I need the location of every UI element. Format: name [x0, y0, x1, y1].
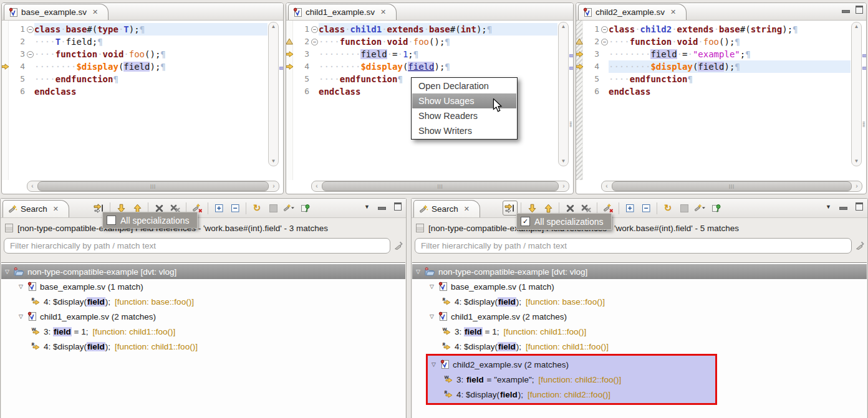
previous-searches-button[interactable]: [693, 201, 708, 216]
scroll-left-icon[interactable]: ‹: [602, 181, 612, 191]
expander-icon[interactable]: ▽: [17, 283, 24, 290]
tree-group-row[interactable]: ▽base_example.sv (1 match): [412, 279, 867, 294]
menu-item-show-writers[interactable]: Show Writers: [412, 123, 516, 138]
overview-ruler[interactable]: ≡≡≡: [569, 22, 573, 166]
code-line[interactable]: class·child1·extends·base#(int);¶: [319, 23, 557, 36]
scroll-up-icon[interactable]: ▲: [852, 22, 861, 31]
cancel-search-button[interactable]: [677, 201, 692, 216]
view-menu-icon[interactable]: ▼: [364, 204, 370, 210]
code-line[interactable]: ········field·=·1;¶: [319, 48, 557, 60]
scrollbar-thumb[interactable]: |||: [612, 181, 852, 191]
code-line[interactable]: ····function·void·foo();¶: [609, 36, 851, 48]
overview-ruler[interactable]: ≡≡≡: [862, 22, 866, 166]
code-line[interactable]: ········$display(field);¶: [34, 60, 268, 73]
horizontal-scrollbar[interactable]: ‹|||›: [601, 181, 862, 192]
tab-search[interactable]: Search ✕: [2, 200, 69, 217]
maximize-icon[interactable]: [856, 202, 863, 211]
clear-filter-icon[interactable]: [856, 241, 864, 250]
filter-input[interactable]: [4, 238, 390, 254]
scroll-down-icon[interactable]: ▼: [269, 157, 278, 166]
code-line[interactable]: ····function·void·foo();¶: [34, 48, 268, 60]
vertical-scrollbar[interactable]: ▲▼: [558, 22, 569, 166]
scroll-right-icon[interactable]: ›: [852, 181, 862, 191]
expander-icon[interactable]: ▽: [415, 268, 422, 275]
tree-group-row[interactable]: ▽non-type-compatible-example [dvt: vlog]: [412, 264, 867, 279]
expander-icon[interactable]: ▽: [428, 313, 435, 320]
code-line[interactable]: ····endfunction¶: [34, 73, 268, 85]
expander-icon[interactable]: ▽: [17, 313, 24, 320]
tree-match-row[interactable]: R4: $display(field);[function: child1::f…: [1, 339, 405, 354]
tree-match-row[interactable]: W3: field = 1;[function: child1::foo()]: [1, 324, 405, 339]
code-line[interactable]: ········field·=·"example";¶: [609, 48, 851, 60]
run-search-again-button[interactable]: ↻: [249, 201, 264, 216]
tab-search[interactable]: Search ✕: [413, 200, 480, 217]
expand-all-button[interactable]: [211, 201, 226, 216]
code-line[interactable]: endclass: [34, 85, 268, 98]
fold-collapse-icon[interactable]: −: [27, 26, 34, 33]
tree-group-row[interactable]: ▽base_example.sv (1 match): [1, 279, 405, 294]
tab-close-icon[interactable]: ✕: [380, 8, 386, 16]
fold-collapse-icon[interactable]: −: [311, 26, 318, 33]
tree-match-row[interactable]: R4: $display(field);[function: child2::f…: [428, 387, 715, 402]
tab-close-icon[interactable]: ✕: [92, 8, 98, 16]
clear-filter-icon[interactable]: [394, 241, 403, 250]
code-line[interactable]: class·child2·extends·base#(string);¶: [609, 23, 851, 36]
scroll-right-icon[interactable]: ›: [559, 181, 569, 191]
pin-view-button[interactable]: [298, 201, 313, 216]
horizontal-scrollbar[interactable]: ‹|||›: [27, 181, 279, 192]
scrollbar-thumb[interactable]: |||: [322, 181, 559, 191]
fold-collapse-icon[interactable]: −: [601, 26, 608, 33]
tree-group-row[interactable]: ▽child1_example.sv (2 matches): [412, 309, 867, 324]
fold-collapse-icon[interactable]: −: [311, 39, 318, 45]
pin-view-button[interactable]: [709, 201, 724, 216]
tree-match-row[interactable]: W3: field = "example";[function: child2:…: [428, 372, 715, 387]
run-search-again-button[interactable]: ↻: [660, 201, 675, 216]
minimize-icon[interactable]: [839, 207, 847, 210]
scroll-left-icon[interactable]: ‹: [27, 181, 37, 191]
view-menu-icon[interactable]: ▼: [826, 204, 831, 210]
code-line[interactable]: class·base#(type·T);¶: [34, 23, 268, 36]
collapse-all-button[interactable]: [639, 201, 653, 216]
collapse-all-button[interactable]: [228, 201, 243, 216]
menu-item-open-declaration[interactable]: Open Declaration: [412, 78, 516, 93]
scroll-down-icon[interactable]: ▼: [559, 157, 568, 166]
annotation-ruler[interactable]: [286, 21, 293, 180]
scroll-down-icon[interactable]: ▼: [852, 157, 861, 166]
scroll-up-icon[interactable]: ▲: [269, 22, 278, 31]
scroll-up-icon[interactable]: ▲: [559, 22, 568, 31]
expander-icon[interactable]: ▽: [428, 283, 435, 290]
code-line[interactable]: ········$display(field);¶: [319, 60, 557, 73]
expander-icon[interactable]: ▽: [430, 361, 437, 368]
minimize-icon[interactable]: [842, 10, 850, 13]
tree-group-row[interactable]: ▽child2_example.sv (2 matches): [428, 357, 715, 372]
tab-close-icon[interactable]: ✕: [464, 205, 470, 213]
code-line[interactable]: ····function·void·foo();¶: [319, 36, 557, 48]
horizontal-scrollbar[interactable]: ‹|||›: [311, 181, 569, 192]
fold-collapse-icon[interactable]: −: [601, 39, 608, 45]
tree-group-row[interactable]: ▽non-type-compatible-example [dvt: vlog]: [1, 264, 405, 279]
maximize-icon[interactable]: [856, 6, 863, 14]
code-line[interactable]: ····endfunction¶: [609, 73, 851, 85]
tree-match-row[interactable]: R4: $display(field);[function: base::foo…: [412, 294, 867, 309]
annotation-ruler[interactable]: [576, 21, 583, 180]
scroll-right-icon[interactable]: ›: [269, 181, 279, 191]
editor-tab[interactable]: child2_example.sv✕: [578, 4, 687, 20]
code-area[interactable]: class·base#(type·T);¶····T·field;¶····fu…: [34, 23, 268, 98]
warning-triangle-marker[interactable]: [576, 38, 583, 45]
overview-ruler[interactable]: [279, 22, 283, 166]
code-line[interactable]: endclass: [609, 85, 851, 98]
tab-close-icon[interactable]: ✕: [53, 205, 59, 213]
editor-tab[interactable]: child1_example.sv✕: [288, 4, 397, 20]
tree-match-row[interactable]: W3: field = 1;[function: child1::foo()]: [412, 324, 867, 339]
scrollbar-thumb[interactable]: |||: [37, 181, 269, 191]
show-all-specializations-button[interactable]: [503, 201, 518, 216]
all-specializations-checkbox[interactable]: [107, 216, 116, 225]
annotation-ruler[interactable]: [2, 21, 9, 180]
filter-input[interactable]: [415, 238, 852, 254]
maximize-icon[interactable]: [394, 202, 402, 211]
tree-match-row[interactable]: R4: $display(field);[function: child1::f…: [412, 339, 867, 354]
warning-triangle-marker[interactable]: [286, 38, 293, 45]
minimize-icon[interactable]: [378, 207, 386, 210]
tab-close-icon[interactable]: ✕: [670, 8, 676, 16]
all-specializations-checkbox[interactable]: ✓: [521, 217, 530, 226]
